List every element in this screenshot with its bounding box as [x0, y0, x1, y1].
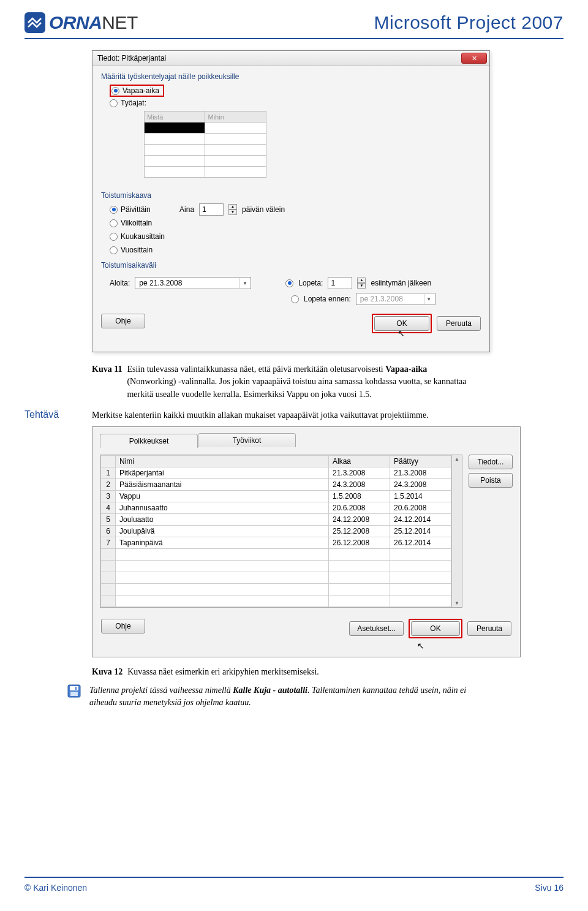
time-cell[interactable] — [145, 145, 205, 156]
radio-lopeta-ennen[interactable] — [291, 295, 299, 303]
alkaa-cell[interactable]: 25.12.2008 — [329, 526, 390, 537]
paattyy-cell[interactable]: 24.12.2014 — [390, 514, 451, 526]
section-interval-label: Toistumisaikaväli — [101, 261, 481, 270]
paivan-valein-label: päivän välein — [242, 205, 285, 214]
caption-kuva-12: Kuva 12 Kuvassa näet esimerkin eri arkip… — [92, 667, 564, 677]
table-row[interactable]: 4Juhannusaatto20.6.200820.6.2008 — [101, 502, 451, 514]
table-row[interactable]: 7Tapaninpäivä26.12.200826.12.2014 — [101, 537, 451, 549]
poista-button[interactable]: Poista — [469, 473, 513, 488]
page-footer: © Kari Keinonen Sivu 16 — [24, 877, 564, 893]
time-cell[interactable] — [145, 167, 205, 178]
radio-kuukausittain-row[interactable]: Kuukausittain — [110, 232, 165, 241]
tab-tyoviikot[interactable]: Työviikot — [198, 433, 296, 447]
alkaa-cell[interactable]: 20.6.2008 — [329, 502, 390, 514]
time-cell[interactable] — [145, 123, 205, 134]
radio-tyoajat[interactable] — [110, 99, 118, 107]
section-working-times-label: Määritä työskentelyajat näille poikkeuks… — [101, 72, 481, 81]
scroll-down-icon[interactable]: ▼ — [454, 600, 459, 606]
peruuta-button-2[interactable]: Peruuta — [467, 621, 511, 636]
logo-text: ORNANET — [49, 12, 138, 33]
nimi-cell[interactable]: Tapaninpäivä — [116, 537, 329, 549]
nimi-cell[interactable]: Joulupäivä — [116, 526, 329, 537]
paattyy-cell[interactable]: 20.6.2008 — [390, 502, 451, 514]
paattyy-cell[interactable]: 21.3.2008 — [390, 467, 451, 479]
logo-light: NET — [102, 12, 138, 32]
alkaa-cell[interactable]: 24.12.2008 — [329, 514, 390, 526]
alkaa-cell[interactable]: 26.12.2008 — [329, 537, 390, 549]
ok-button-2[interactable]: OK — [411, 621, 460, 636]
nimi-cell[interactable]: Vappu — [116, 491, 329, 502]
nimi-cell[interactable]: Jouluaatto — [116, 514, 329, 526]
table-row[interactable]: 3Vappu1.5.20081.5.2014 — [101, 491, 451, 502]
svg-rect-3 — [70, 692, 78, 696]
peruuta-button[interactable]: Peruuta — [437, 316, 481, 331]
ohje-button-2[interactable]: Ohje — [101, 619, 145, 633]
rownum-cell: 6 — [101, 526, 116, 537]
alkaa-cell[interactable]: 21.3.2008 — [329, 467, 390, 479]
radio-vapaa-aika-label: Vapaa-aika — [123, 86, 159, 95]
radio-lopeta[interactable] — [285, 279, 293, 287]
radio-tyoajat-row[interactable]: Työajat: — [110, 99, 481, 107]
time-cell[interactable] — [205, 145, 266, 156]
lopeta-input[interactable]: 1 — [328, 277, 352, 289]
page-header: ORNANET Microsoft Project 2007 — [24, 12, 564, 39]
lopeta-ennen-combo[interactable]: pe 21.3.2008 ▼ — [356, 293, 435, 305]
aina-input[interactable]: 1 — [199, 203, 224, 216]
scrollbar[interactable]: ▲ ▼ — [451, 455, 462, 607]
rownum-cell: 3 — [101, 491, 116, 502]
radio-paivittain[interactable] — [110, 206, 118, 214]
tehtava-text: Merkitse kalenteriin kaikki muutkin alla… — [92, 409, 429, 421]
table-row[interactable]: 6Joulupäivä25.12.200825.12.2014 — [101, 526, 451, 537]
chevron-down-icon: ▼ — [424, 294, 434, 304]
rownum-cell: 1 — [101, 467, 116, 479]
alkaa-cell[interactable]: 1.5.2008 — [329, 491, 390, 502]
radio-paivittain-row[interactable]: Päivittäin — [110, 205, 165, 214]
table-row[interactable]: 2Pääsiäismaanantai24.3.200824.3.2008 — [101, 479, 451, 491]
radio-viikoittain-row[interactable]: Viikoittain — [110, 219, 165, 227]
tiedot-button[interactable]: Tiedot... — [469, 455, 513, 469]
footer-left: © Kari Keinonen — [24, 883, 87, 893]
radio-vuosittain-row[interactable]: Vuosittain — [110, 246, 165, 254]
radio-viikoittain[interactable] — [110, 219, 118, 227]
tab-poikkeukset[interactable]: Poikkeukset — [100, 434, 198, 448]
radio-kuukausittain[interactable] — [110, 233, 118, 241]
dialog-tiedot: Tiedot: Pitkäperjantai ✕ Määritä työsken… — [92, 50, 490, 352]
dialog-title: Tiedot: Pitkäperjantai — [97, 54, 166, 62]
table-row[interactable]: 1Pitkäperjantai21.3.200821.3.2008 — [101, 467, 451, 479]
exceptions-table: Nimi Alkaa Päättyy 1Pitkäperjantai21.3.2… — [100, 455, 462, 608]
cursor-icon: ↖ — [417, 641, 424, 651]
paattyy-cell[interactable]: 26.12.2014 — [390, 537, 451, 549]
radio-viikoittain-label: Viikoittain — [121, 219, 152, 227]
time-cell[interactable] — [145, 134, 205, 145]
rownum-cell: 4 — [101, 502, 116, 514]
dialog-poikkeukset: Poikkeukset Työviikot Nimi Alkaa Päättyy — [92, 426, 521, 657]
aina-spinner[interactable]: ▲▼ — [228, 204, 237, 215]
time-cell[interactable] — [205, 123, 266, 134]
radio-vuosittain[interactable] — [110, 246, 118, 254]
scroll-up-icon[interactable]: ▲ — [454, 456, 459, 462]
rownum-cell: 5 — [101, 514, 116, 526]
nimi-cell[interactable]: Juhannusaatto — [116, 502, 329, 514]
tehtava-block: Tehtävä Merkitse kalenteriin kaikki muut… — [24, 409, 564, 421]
time-cell[interactable] — [205, 156, 266, 167]
paattyy-cell[interactable]: 24.3.2008 — [390, 479, 451, 491]
lopeta-spinner[interactable]: ▲▼ — [357, 278, 366, 289]
time-cell[interactable] — [205, 167, 266, 178]
nimi-cell[interactable]: Pääsiäismaanantai — [116, 479, 329, 491]
asetukset-button[interactable]: Asetukset... — [349, 621, 404, 636]
chevron-down-icon: ▼ — [239, 278, 249, 288]
table-row[interactable]: 5Jouluaatto24.12.200824.12.2014 — [101, 514, 451, 526]
time-cell[interactable] — [145, 156, 205, 167]
radio-vapaa-aika-row[interactable]: Vapaa-aika — [110, 85, 481, 97]
paattyy-cell[interactable]: 1.5.2014 — [390, 491, 451, 502]
alkaa-cell[interactable]: 24.3.2008 — [329, 479, 390, 491]
nimi-cell[interactable]: Pitkäperjantai — [116, 467, 329, 479]
close-button[interactable]: ✕ — [461, 53, 487, 64]
paattyy-cell[interactable]: 25.12.2014 — [390, 526, 451, 537]
aloita-combo[interactable]: pe 21.3.2008 ▼ — [135, 277, 251, 289]
ohje-button[interactable]: Ohje — [101, 314, 145, 328]
cursor-icon: ↖ — [398, 328, 405, 338]
radio-vapaa-aika[interactable] — [111, 87, 119, 95]
time-cell[interactable] — [205, 134, 266, 145]
radio-kuukausittain-label: Kuukausittain — [121, 232, 165, 241]
